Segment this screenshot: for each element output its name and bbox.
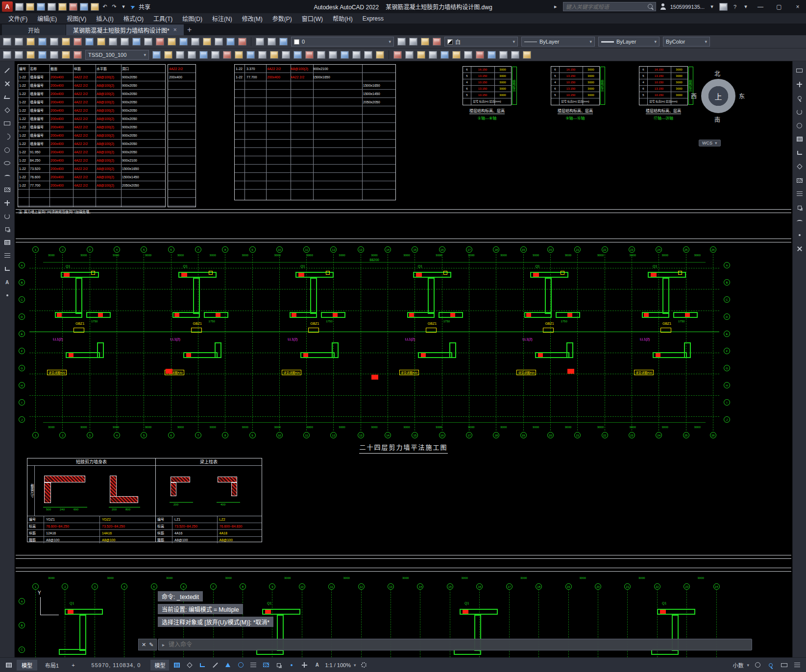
arc-tool-icon[interactable] — [2, 132, 12, 141]
toolbar-icon[interactable] — [85, 38, 94, 46]
menu-insert[interactable]: 插入(I) — [92, 14, 118, 23]
point-tool-icon[interactable] — [2, 291, 12, 300]
toolbar-icon[interactable] — [223, 51, 231, 59]
help-icon[interactable]: ? — [732, 2, 738, 11]
new-tab-button[interactable]: + — [184, 24, 195, 35]
nav-tool-icon[interactable] — [795, 217, 805, 226]
maximize-button[interactable]: ▢ — [772, 1, 786, 13]
table-tool-icon[interactable] — [2, 238, 12, 247]
edit-icon[interactable]: ✎ — [149, 642, 153, 648]
dynamic-ucs-icon[interactable] — [299, 661, 309, 670]
toolbar-icon[interactable] — [488, 51, 496, 59]
zoom-icon[interactable] — [795, 94, 805, 102]
lineweight-display-icon[interactable] — [248, 661, 258, 670]
plotstyle-select[interactable]: ByColor ▾ — [663, 37, 710, 47]
layers-tool-icon[interactable] — [2, 251, 12, 260]
toolbar-icon[interactable] — [329, 51, 337, 59]
circle-tool-icon[interactable] — [2, 145, 12, 154]
grid-display-icon[interactable] — [172, 661, 182, 670]
toolbar-icon[interactable] — [203, 38, 211, 46]
toolbar-icon[interactable] — [305, 51, 314, 59]
toolbar-icon[interactable] — [341, 51, 349, 59]
orbit-icon[interactable] — [795, 107, 805, 116]
copy-tool-icon[interactable] — [2, 225, 12, 234]
menu-draw[interactable]: 绘图(D) — [178, 14, 207, 23]
toolbar-icon[interactable] — [73, 51, 82, 59]
layer-tool-icon[interactable] — [421, 38, 429, 46]
nav-tool-icon[interactable] — [795, 203, 805, 212]
autocad-logo-icon[interactable]: A — [2, 1, 13, 12]
toolbar-icon[interactable] — [270, 51, 278, 59]
wcs-selector[interactable]: WCS ▾ — [699, 140, 721, 146]
menu-parametric[interactable]: 参数(P) — [268, 14, 296, 23]
compass-north-label[interactable]: 北 — [714, 69, 720, 77]
toolbar-icon[interactable] — [511, 51, 519, 59]
account-name[interactable]: 1505999135... — [670, 4, 705, 10]
toolbar-icon[interactable] — [121, 38, 129, 46]
qat-tool-icon[interactable] — [15, 3, 24, 11]
command-prompt-icon[interactable]: ▸ — [162, 642, 165, 648]
compass-south-label[interactable]: 南 — [714, 115, 720, 123]
toolbar-icon[interactable] — [97, 38, 105, 46]
units-dropdown-icon[interactable]: ▾ — [747, 663, 749, 668]
undo-icon[interactable]: ↶ — [101, 2, 108, 11]
nav-tool-icon[interactable] — [795, 148, 805, 157]
redo-icon[interactable]: ↷ — [111, 2, 118, 11]
toolbar-icon[interactable] — [393, 51, 402, 59]
measure-tool-icon[interactable] — [2, 264, 12, 273]
tab-drawing[interactable]: 某钢筋混凝土短肢剪力墙结构设计图* × — [66, 24, 184, 35]
menu-view[interactable]: 视图(V) — [62, 14, 91, 23]
close-button[interactable]: × — [790, 1, 805, 13]
hatch-tool-icon[interactable] — [2, 185, 12, 194]
compass-east-label[interactable]: 东 — [739, 92, 745, 100]
xline-tool-icon[interactable] — [2, 79, 12, 88]
toolbar-icon[interactable] — [199, 51, 208, 59]
layout1-tab[interactable]: 布局1 — [40, 660, 64, 671]
units-button[interactable]: 小数 — [733, 661, 743, 669]
toolbar-icon[interactable] — [317, 51, 325, 59]
toolbar-icon[interactable] — [452, 51, 461, 59]
layer-tool-icon[interactable] — [397, 38, 406, 46]
layer-dropdown-icon[interactable]: ▾ — [389, 39, 391, 44]
toolbar-icon[interactable] — [464, 51, 472, 59]
lineweight-select[interactable]: ByLayer ▾ — [598, 37, 659, 47]
ortho-mode-icon[interactable] — [210, 661, 220, 670]
toolbar-icon[interactable] — [191, 38, 199, 46]
toolbar-icon[interactable] — [376, 51, 384, 59]
share-icon[interactable]: ➤ — [128, 1, 137, 12]
annotation-visibility-icon[interactable] — [312, 661, 322, 670]
new-layout-button[interactable]: + — [67, 661, 79, 670]
minimize-button[interactable]: — — [753, 1, 768, 13]
model-space-button[interactable]: 模型 — [150, 660, 169, 671]
move-tool-icon[interactable] — [2, 198, 12, 207]
polar-tracking-icon[interactable] — [223, 661, 233, 670]
layer-state-icon[interactable] — [279, 38, 288, 46]
fullscreen-icon[interactable] — [795, 66, 805, 75]
toolbar-icon[interactable] — [226, 38, 235, 46]
search-icon[interactable] — [648, 4, 653, 9]
customize-icon[interactable] — [792, 661, 802, 670]
menu-edit[interactable]: 编辑(E) — [33, 14, 61, 23]
toolbar-icon[interactable] — [405, 51, 414, 59]
qat-tool-icon[interactable] — [37, 3, 45, 11]
linetype-select[interactable]: ByLayer ▾ — [521, 37, 595, 47]
layer-select[interactable]: 0 ▾ — [291, 37, 394, 47]
toolbar-icon[interactable] — [62, 38, 70, 46]
toolbar-icon[interactable] — [38, 38, 47, 46]
toolbar-icon[interactable] — [168, 38, 176, 46]
toolbar-icon[interactable] — [440, 51, 449, 59]
qat-tool-icon[interactable] — [80, 3, 88, 11]
tab-close-icon[interactable]: × — [173, 26, 177, 33]
menu-help[interactable]: 帮助(H) — [328, 14, 357, 23]
layer-tool-icon[interactable] — [409, 38, 417, 46]
toolbar-icon[interactable] — [429, 51, 437, 59]
compass-top-face[interactable]: 上 — [708, 86, 728, 106]
toolbar-icon[interactable] — [50, 38, 58, 46]
toolbar-icon[interactable] — [38, 51, 47, 59]
cart-icon[interactable] — [719, 3, 728, 11]
toolbar-icon[interactable] — [215, 38, 223, 46]
nav-tool-icon[interactable] — [795, 244, 805, 253]
toolbar-icon[interactable] — [188, 51, 196, 59]
toolbar-icon[interactable] — [179, 38, 188, 46]
toolbar-icon[interactable] — [235, 51, 243, 59]
